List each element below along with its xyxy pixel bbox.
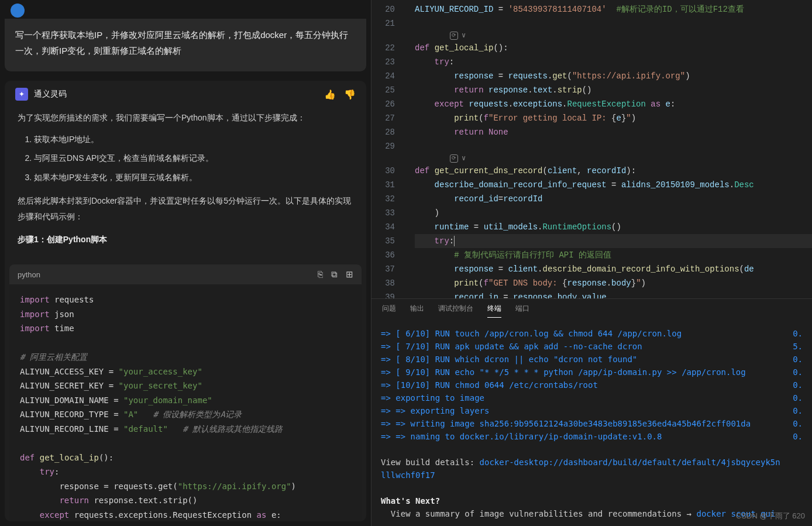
- assistant-steps-list: 获取本地IP地址。 与阿里云DNS API交互，检查当前域名解析记录。 如果本地…: [18, 132, 353, 185]
- code-block-header: python ⎘ ⧉ ⊞: [9, 264, 362, 284]
- panel-tab[interactable]: 输出: [410, 304, 424, 318]
- thumbs-down-icon[interactable]: 👎: [344, 89, 356, 100]
- chat-panel: 写一个程序获取本地IP，并修改对应阿里云域名的解析，打包成docker，每五分钟…: [0, 0, 371, 526]
- code-language: python: [18, 270, 40, 279]
- user-header: [0, 0, 371, 19]
- assistant-message: ✦ 通义灵码 👍 👎 为了实现您所描述的需求，我们需要编写一个Python脚本，…: [5, 81, 366, 521]
- assistant-body: 为了实现您所描述的需求，我们需要编写一个Python脚本，通过以下步骤完成： 获…: [5, 108, 366, 257]
- assistant-name: 通义灵码: [34, 89, 67, 99]
- step-item: 如果本地IP发生变化，更新阿里云域名解析。: [34, 170, 353, 185]
- assistant-intro: 为了实现您所描述的需求，我们需要编写一个Python脚本，通过以下步骤完成：: [18, 110, 353, 126]
- user-message: 写一个程序获取本地IP，并修改对应阿里云域名的解析，打包成docker，每五分钟…: [5, 19, 366, 71]
- code-content[interactable]: ALIYUN_RECORD_ID = '854399378111407104' …: [404, 0, 812, 298]
- code-editor[interactable]: 2021222324252627282930313233343536373839…: [371, 0, 812, 298]
- assistant-header: ✦ 通义灵码 👍 👎: [5, 81, 366, 108]
- step-item: 获取本地IP地址。: [34, 132, 353, 147]
- panel-tabs: 问题输出调试控制台终端端口: [371, 298, 812, 321]
- panel-tab[interactable]: 终端: [487, 304, 501, 318]
- step1-title: 步骤1：创建Python脚本: [18, 232, 353, 247]
- panel-tab[interactable]: 端口: [515, 304, 529, 318]
- insert-code-icon[interactable]: ⎘: [318, 269, 323, 280]
- user-avatar-icon: [11, 4, 25, 18]
- panel-tab[interactable]: 问题: [382, 304, 396, 318]
- add-code-icon[interactable]: ⊞: [346, 269, 353, 280]
- thumbs-up-icon[interactable]: 👍: [324, 89, 336, 100]
- assistant-logo-icon: ✦: [15, 88, 28, 101]
- panel-tab[interactable]: 调试控制台: [438, 304, 473, 318]
- chat-code-block[interactable]: import requestsimport jsonimport time # …: [9, 284, 362, 521]
- step-item: 与阿里云DNS API交互，检查当前域名解析记录。: [34, 150, 353, 166]
- terminal-output[interactable]: => [ 6/10] RUN touch /app/cron.log && ch…: [371, 321, 812, 526]
- line-gutter: 2021222324252627282930313233343536373839: [371, 0, 404, 298]
- copy-code-icon[interactable]: ⧉: [331, 269, 338, 280]
- assistant-follow: 然后将此脚本封装到Docker容器中，并设置定时任务以每5分钟运行一次。以下是具…: [18, 193, 353, 224]
- editor-terminal-panel: 2021222324252627282930313233343536373839…: [371, 0, 812, 526]
